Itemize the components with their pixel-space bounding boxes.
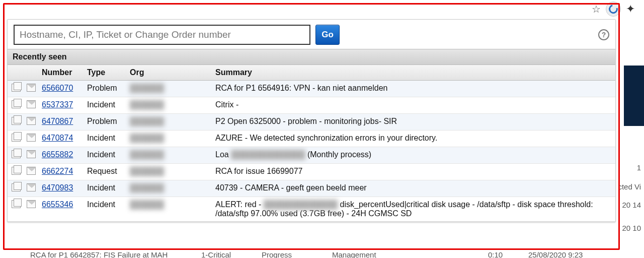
ticket-type: Incident bbox=[83, 197, 126, 222]
bookmark-star-icon[interactable]: ☆ bbox=[592, 3, 601, 15]
ticket-number-link[interactable]: 6470874 bbox=[42, 134, 73, 142]
copy-icon[interactable] bbox=[12, 117, 21, 125]
copy-icon[interactable] bbox=[12, 100, 21, 108]
extension-swirl-icon[interactable] bbox=[606, 2, 621, 17]
mail-icon[interactable] bbox=[27, 84, 36, 92]
ticket-org: ██████ bbox=[126, 180, 211, 197]
background-row-text: RCA for P1 6642857: FIS Failure at MAH bbox=[30, 250, 168, 258]
copy-icon[interactable] bbox=[12, 183, 21, 191]
background-d1: 20 14 bbox=[622, 201, 641, 209]
background-progress: Progress bbox=[262, 250, 292, 258]
background-dark-strip bbox=[624, 66, 644, 126]
column-header-summary[interactable]: Summary bbox=[211, 65, 615, 81]
ticket-summary: Loa █████████████ (Monthly process) bbox=[211, 147, 615, 164]
search-results-panel: Go ? Recently seen Number Type Org Summa… bbox=[7, 19, 616, 222]
mail-icon[interactable] bbox=[27, 167, 36, 175]
search-input[interactable] bbox=[14, 25, 310, 45]
table-row: 6655346Incident██████ALERT: red - ██████… bbox=[8, 197, 615, 222]
ticket-type: Incident bbox=[83, 147, 126, 164]
ticket-number-link[interactable]: 6662274 bbox=[42, 167, 73, 175]
table-row: 6537337Incident██████Citrix - bbox=[8, 97, 615, 114]
ticket-org: ██████ bbox=[126, 164, 211, 180]
background-ctedvi: cted Vi bbox=[618, 182, 641, 191]
background-management: Management bbox=[332, 250, 376, 258]
column-header-org[interactable]: Org bbox=[126, 65, 211, 81]
ticket-type: Problem bbox=[83, 114, 126, 131]
background-date: 25/08/2020 9:23 bbox=[528, 250, 583, 258]
background-priority: 1-Critical bbox=[201, 250, 231, 258]
column-header-blank2 bbox=[23, 65, 38, 81]
ticket-org: ██████ bbox=[126, 97, 211, 114]
recently-seen-header: Recently seen bbox=[8, 49, 615, 65]
table-row: 6566070Problem██████RCA for P1 6564916: … bbox=[8, 81, 615, 97]
table-row: 6470867Problem██████P2 Open 6325000 - pr… bbox=[8, 114, 615, 131]
recently-seen-table: Number Type Org Summary 6566070Problem██… bbox=[8, 65, 615, 222]
mail-icon[interactable] bbox=[27, 117, 36, 125]
go-button[interactable]: Go bbox=[315, 25, 340, 45]
ticket-org: ██████ bbox=[126, 147, 211, 164]
table-row: 6470874Incident██████AZURE - We detected… bbox=[8, 131, 615, 147]
ticket-type: Incident bbox=[83, 97, 126, 114]
ticket-summary: AZURE - We detected synchronization erro… bbox=[211, 131, 615, 147]
copy-icon[interactable] bbox=[12, 150, 21, 158]
ticket-type: Request bbox=[83, 164, 126, 180]
ticket-number-link[interactable]: 6566070 bbox=[42, 84, 73, 92]
background-time: 0:10 bbox=[488, 250, 503, 258]
ticket-org: ██████ bbox=[126, 114, 211, 131]
mail-icon[interactable] bbox=[27, 183, 36, 191]
background-one: 1 bbox=[637, 163, 641, 172]
mail-icon[interactable] bbox=[27, 100, 36, 108]
ticket-org: ██████ bbox=[126, 81, 211, 97]
ticket-summary: Citrix - bbox=[211, 97, 615, 114]
ticket-number-link[interactable]: 6470983 bbox=[42, 183, 73, 192]
help-icon[interactable]: ? bbox=[598, 29, 609, 40]
table-row: 6470983Incident██████40739 - CAMERA - ge… bbox=[8, 180, 615, 197]
extensions-menu-icon[interactable]: ✦ bbox=[626, 3, 635, 16]
ticket-summary: ALERT: red - █████████████ disk_percentU… bbox=[211, 197, 615, 222]
mail-icon[interactable] bbox=[27, 134, 36, 142]
ticket-type: Incident bbox=[83, 180, 126, 197]
mail-icon[interactable] bbox=[27, 200, 36, 208]
column-header-blank1 bbox=[8, 65, 23, 81]
ticket-number-link[interactable]: 6655882 bbox=[42, 150, 73, 159]
ticket-summary: 40739 - CAMERA - geeft geen beeld meer bbox=[211, 180, 615, 197]
ticket-type: Problem bbox=[83, 81, 126, 97]
column-header-number[interactable]: Number bbox=[38, 65, 83, 81]
copy-icon[interactable] bbox=[12, 200, 21, 208]
table-row: 6655882Incident██████Loa █████████████ (… bbox=[8, 147, 615, 164]
ticket-summary: P2 Open 6325000 - problem - monitoring j… bbox=[211, 114, 615, 131]
copy-icon[interactable] bbox=[12, 84, 21, 92]
ticket-org: ██████ bbox=[126, 131, 211, 147]
ticket-number-link[interactable]: 6655346 bbox=[42, 200, 73, 209]
ticket-org: ██████ bbox=[126, 197, 211, 222]
ticket-summary: RCA for issue 16699077 bbox=[211, 164, 615, 180]
mail-icon[interactable] bbox=[27, 150, 36, 158]
copy-icon[interactable] bbox=[12, 134, 21, 142]
column-header-type[interactable]: Type bbox=[83, 65, 126, 81]
ticket-number-link[interactable]: 6470867 bbox=[42, 117, 73, 125]
ticket-summary: RCA for P1 6564916: VPN - kan niet aanme… bbox=[211, 81, 615, 97]
ticket-type: Incident bbox=[83, 131, 126, 147]
ticket-number-link[interactable]: 6537337 bbox=[42, 100, 73, 109]
copy-icon[interactable] bbox=[12, 167, 21, 175]
background-d2: 20 10 bbox=[622, 224, 641, 232]
table-row: 6662274Request██████RCA for issue 166990… bbox=[8, 164, 615, 180]
